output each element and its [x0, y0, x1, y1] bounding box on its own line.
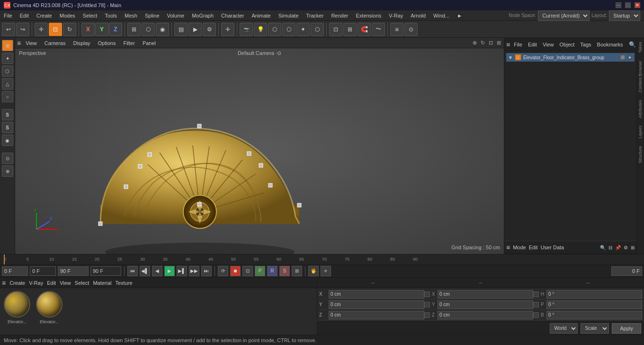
spline-tool-button[interactable]: 〜: [372, 23, 385, 36]
start-frame-input[interactable]: [2, 266, 28, 276]
obj-menu-icon[interactable]: ≡: [506, 41, 510, 48]
vtab-attributes[interactable]: Attributes: [637, 96, 644, 122]
menu-tracker[interactable]: Tracker: [303, 10, 328, 21]
add-object-button[interactable]: ✛: [221, 23, 234, 36]
viewport-options-menu[interactable]: Options: [95, 40, 119, 46]
viewport-menu-icon[interactable]: ≡: [17, 39, 21, 47]
attr-pin-icon[interactable]: 📌: [615, 245, 621, 250]
obj-view-menu[interactable]: View: [541, 42, 556, 47]
current-frame-input[interactable]: [611, 266, 642, 276]
move-tool-button[interactable]: ✛: [35, 23, 48, 36]
mesh-mode-button[interactable]: ◉: [156, 23, 169, 36]
menu-mesh[interactable]: Mesh: [121, 10, 141, 21]
attr-filter-icon[interactable]: ⊟: [608, 245, 612, 250]
param-key-button[interactable]: ⊞: [292, 266, 302, 276]
me-texture-menu[interactable]: Texture: [116, 280, 133, 286]
attr-mode-btn[interactable]: Mode: [513, 245, 526, 250]
coord-y-pos-check[interactable]: [424, 302, 430, 308]
menu-spline[interactable]: Spline: [141, 10, 163, 21]
viewport-rotate-icon[interactable]: ↻: [480, 40, 486, 46]
menu-arnold[interactable]: Arnold: [407, 10, 429, 21]
deformer-button[interactable]: ⬡: [282, 23, 295, 36]
y-axis-button[interactable]: Y: [95, 23, 108, 36]
view-solo-button[interactable]: ⊡: [329, 23, 342, 36]
vtab-layers[interactable]: Layers: [637, 122, 644, 142]
viewport-filter-menu[interactable]: Filter: [120, 40, 137, 46]
viewport-scale-icon[interactable]: ⊡: [488, 40, 494, 46]
menu-extensions[interactable]: Extensions: [352, 10, 385, 21]
layout-select[interactable]: Startup: [609, 10, 640, 21]
attr-menu-icon[interactable]: ≡: [506, 244, 510, 251]
soft-select-button[interactable]: ⊕: [2, 165, 13, 177]
redo-button[interactable]: ↪: [16, 23, 29, 36]
me-vray-menu[interactable]: V-Ray: [29, 280, 43, 286]
coord-y-rot-check[interactable]: [533, 302, 539, 308]
play-button[interactable]: ▶: [164, 266, 175, 276]
rot-key-button[interactable]: R: [267, 266, 277, 276]
vtab-structure[interactable]: Structure: [637, 142, 644, 167]
coord-x-pos-input[interactable]: [329, 290, 424, 299]
light-button[interactable]: 💡: [254, 23, 267, 36]
node-space-select[interactable]: Current (Arnold): [538, 10, 590, 21]
attr-userdata-btn[interactable]: User Data: [541, 245, 564, 250]
viewport-move-icon[interactable]: ⊕: [472, 40, 478, 46]
prev-frame-button[interactable]: ◀: [152, 266, 162, 276]
layer-button[interactable]: ≡: [390, 23, 403, 36]
menu-animate[interactable]: Animate: [248, 10, 274, 21]
view-all-button[interactable]: ⊞: [343, 23, 357, 36]
field-button[interactable]: ⬡: [311, 23, 324, 36]
me-material-menu[interactable]: Material: [93, 280, 111, 286]
object-mode-button[interactable]: ⊞: [127, 23, 141, 36]
maximize-button[interactable]: □: [625, 2, 631, 8]
mode-uvw-button[interactable]: ○: [2, 91, 13, 102]
studio-button[interactable]: ⊙: [404, 23, 418, 36]
pos-key-button[interactable]: P: [255, 266, 265, 276]
render-view-button[interactable]: ▤: [174, 23, 188, 36]
rotate-tool-button[interactable]: ↻: [63, 23, 76, 36]
snap-s-button[interactable]: S: [2, 109, 13, 120]
obj-edit-menu[interactable]: Edit: [526, 42, 539, 47]
goto-end-button[interactable]: ⏭: [201, 266, 212, 276]
snap-button[interactable]: 🧲: [358, 23, 371, 36]
sym-button[interactable]: ⊙: [2, 153, 13, 164]
material-ball-1[interactable]: Elevator...: [3, 291, 31, 329]
auto-key-button[interactable]: ⊡: [242, 266, 253, 276]
max-frame-input[interactable]: [58, 266, 89, 276]
menu-modes[interactable]: Modes: [56, 10, 79, 21]
menu-mograph[interactable]: MoGraph: [188, 10, 217, 21]
mode-polygon-button[interactable]: △: [2, 78, 13, 90]
menu-volume[interactable]: Volume: [163, 10, 188, 21]
menu-render[interactable]: Render: [327, 10, 352, 21]
undo-button[interactable]: ↩: [2, 23, 15, 36]
viewport-display-menu[interactable]: Display: [70, 40, 93, 46]
coord-y-pos-input[interactable]: [329, 300, 424, 309]
render-settings-button[interactable]: ⚙: [203, 23, 216, 36]
viewport[interactable]: Perspective Default Camera ·⊙ Grid Spaci…: [15, 48, 504, 254]
mode-point-button[interactable]: ✦: [2, 53, 13, 64]
viewport-frame-icon[interactable]: ⊞: [496, 40, 502, 46]
menu-edit[interactable]: Edit: [16, 10, 33, 21]
me-select-menu[interactable]: Select: [75, 280, 89, 286]
coord-h-input[interactable]: [546, 290, 642, 299]
mocap-button[interactable]: 🖐: [308, 266, 319, 276]
render-button[interactable]: ▶: [188, 23, 202, 36]
viewport-panel-menu[interactable]: Panel: [140, 40, 159, 46]
me-menu-icon[interactable]: ≡: [2, 279, 6, 287]
attr-settings2-icon[interactable]: ⚙: [624, 245, 628, 250]
vtab-takes[interactable]: Takes: [637, 38, 644, 57]
menu-simulate[interactable]: Simulate: [275, 10, 303, 21]
coord-z-rot-input[interactable]: [438, 311, 533, 319]
axis-center-button[interactable]: ◉: [2, 135, 13, 146]
min-frame-input[interactable]: [90, 266, 121, 276]
effector-button[interactable]: ✦: [296, 23, 310, 36]
apply-button[interactable]: Apply: [612, 323, 641, 334]
scale-tool-button[interactable]: ⊡: [49, 23, 62, 36]
end-frame-input[interactable]: [30, 266, 56, 276]
obj-search-icon[interactable]: 🔍: [629, 41, 636, 48]
snap-s2-button[interactable]: S: [2, 122, 13, 133]
goto-start-button[interactable]: ⏮: [127, 266, 138, 276]
mode-edge-button[interactable]: ⬡: [2, 65, 13, 77]
menu-wind[interactable]: Wind...: [429, 10, 453, 21]
loop-button[interactable]: ⟳: [218, 266, 228, 276]
motion-button[interactable]: ≡: [321, 266, 331, 276]
